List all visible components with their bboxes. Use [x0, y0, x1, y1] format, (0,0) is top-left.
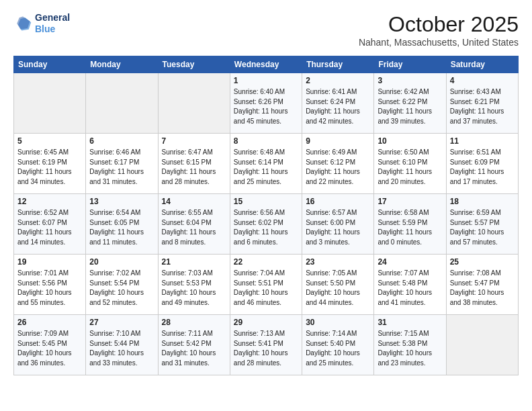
week-row-1: 1Sunrise: 6:40 AMSunset: 6:26 PMDaylight… [14, 73, 519, 134]
day-cell: 28Sunrise: 7:11 AMSunset: 5:42 PMDayligh… [158, 315, 230, 375]
day-cell [86, 73, 158, 134]
day-cell: 10Sunrise: 6:50 AMSunset: 6:10 PMDayligh… [374, 134, 446, 194]
day-number: 10 [378, 136, 442, 146]
day-info: Sunrise: 6:59 AMSunset: 5:57 PMDaylight:… [450, 208, 515, 247]
logo: General Blue [13, 12, 70, 35]
day-info: Sunrise: 6:48 AMSunset: 6:14 PMDaylight:… [234, 148, 298, 187]
day-number: 7 [162, 136, 226, 146]
day-info: Sunrise: 6:58 AMSunset: 5:59 PMDaylight:… [378, 208, 442, 247]
day-number: 22 [234, 257, 298, 267]
day-cell: 3Sunrise: 6:42 AMSunset: 6:22 PMDaylight… [374, 73, 446, 134]
day-number: 18 [450, 197, 515, 206]
month-title: October 2025 [359, 12, 519, 37]
title-block: October 2025 Nahant, Massachusetts, Unit… [359, 12, 519, 48]
day-info: Sunrise: 6:46 AMSunset: 6:17 PMDaylight:… [89, 148, 154, 187]
day-number: 6 [89, 136, 154, 146]
col-saturday: Saturday [446, 56, 518, 73]
day-number: 3 [378, 76, 442, 85]
day-cell: 13Sunrise: 6:54 AMSunset: 6:05 PMDayligh… [86, 194, 158, 255]
day-cell: 6Sunrise: 6:46 AMSunset: 6:17 PMDaylight… [86, 134, 158, 194]
day-number: 17 [378, 197, 442, 206]
logo-icon [13, 14, 32, 33]
col-tuesday: Tuesday [158, 56, 230, 73]
day-cell [158, 73, 230, 134]
day-cell: 27Sunrise: 7:10 AMSunset: 5:44 PMDayligh… [86, 315, 158, 375]
day-number: 25 [450, 257, 515, 267]
day-cell: 26Sunrise: 7:09 AMSunset: 5:45 PMDayligh… [14, 315, 86, 375]
day-info: Sunrise: 7:03 AMSunset: 5:53 PMDaylight:… [162, 269, 226, 308]
day-number: 5 [17, 136, 82, 146]
day-number: 16 [306, 197, 370, 206]
day-info: Sunrise: 7:08 AMSunset: 5:47 PMDaylight:… [450, 269, 515, 308]
day-cell: 22Sunrise: 7:04 AMSunset: 5:51 PMDayligh… [230, 255, 302, 315]
day-info: Sunrise: 7:10 AMSunset: 5:44 PMDaylight:… [89, 329, 154, 368]
week-row-4: 19Sunrise: 7:01 AMSunset: 5:56 PMDayligh… [14, 255, 519, 315]
day-number: 9 [306, 136, 370, 146]
day-info: Sunrise: 7:07 AMSunset: 5:48 PMDaylight:… [378, 269, 442, 308]
day-info: Sunrise: 6:42 AMSunset: 6:22 PMDaylight:… [378, 87, 442, 126]
week-row-3: 12Sunrise: 6:52 AMSunset: 6:07 PMDayligh… [14, 194, 519, 255]
day-number: 2 [306, 76, 370, 85]
day-cell: 5Sunrise: 6:45 AMSunset: 6:19 PMDaylight… [14, 134, 86, 194]
day-cell: 20Sunrise: 7:02 AMSunset: 5:54 PMDayligh… [86, 255, 158, 315]
day-cell: 1Sunrise: 6:40 AMSunset: 6:26 PMDaylight… [230, 73, 302, 134]
day-number: 26 [17, 318, 82, 327]
day-info: Sunrise: 6:49 AMSunset: 6:12 PMDaylight:… [306, 148, 370, 187]
day-info: Sunrise: 6:54 AMSunset: 6:05 PMDaylight:… [89, 208, 154, 247]
day-cell: 19Sunrise: 7:01 AMSunset: 5:56 PMDayligh… [14, 255, 86, 315]
day-number: 1 [234, 76, 298, 85]
day-number: 15 [234, 197, 298, 206]
day-cell: 11Sunrise: 6:51 AMSunset: 6:09 PMDayligh… [446, 134, 518, 194]
day-info: Sunrise: 7:14 AMSunset: 5:40 PMDaylight:… [306, 329, 370, 368]
calendar: Sunday Monday Tuesday Wednesday Thursday… [13, 56, 519, 375]
day-info: Sunrise: 6:50 AMSunset: 6:10 PMDaylight:… [378, 148, 442, 187]
day-cell: 23Sunrise: 7:05 AMSunset: 5:50 PMDayligh… [302, 255, 374, 315]
week-row-2: 5Sunrise: 6:45 AMSunset: 6:19 PMDaylight… [14, 134, 519, 194]
day-cell: 21Sunrise: 7:03 AMSunset: 5:53 PMDayligh… [158, 255, 230, 315]
day-number: 24 [378, 257, 442, 267]
day-cell: 4Sunrise: 6:43 AMSunset: 6:21 PMDaylight… [446, 73, 518, 134]
day-info: Sunrise: 7:13 AMSunset: 5:41 PMDaylight:… [234, 329, 298, 368]
day-cell: 15Sunrise: 6:56 AMSunset: 6:02 PMDayligh… [230, 194, 302, 255]
day-info: Sunrise: 6:47 AMSunset: 6:15 PMDaylight:… [162, 148, 226, 187]
header-row: Sunday Monday Tuesday Wednesday Thursday… [14, 56, 519, 73]
day-cell: 14Sunrise: 6:55 AMSunset: 6:04 PMDayligh… [158, 194, 230, 255]
logo-line2: Blue [35, 24, 55, 34]
col-friday: Friday [374, 56, 446, 73]
day-cell: 7Sunrise: 6:47 AMSunset: 6:15 PMDaylight… [158, 134, 230, 194]
day-cell: 17Sunrise: 6:58 AMSunset: 5:59 PMDayligh… [374, 194, 446, 255]
day-number: 12 [17, 197, 82, 206]
day-number: 27 [89, 318, 154, 327]
day-cell: 29Sunrise: 7:13 AMSunset: 5:41 PMDayligh… [230, 315, 302, 375]
day-number: 21 [162, 257, 226, 267]
day-cell: 24Sunrise: 7:07 AMSunset: 5:48 PMDayligh… [374, 255, 446, 315]
day-info: Sunrise: 6:51 AMSunset: 6:09 PMDaylight:… [450, 148, 515, 187]
day-number: 28 [162, 318, 226, 327]
day-info: Sunrise: 7:01 AMSunset: 5:56 PMDaylight:… [17, 269, 82, 308]
day-cell: 8Sunrise: 6:48 AMSunset: 6:14 PMDaylight… [230, 134, 302, 194]
day-number: 8 [234, 136, 298, 146]
day-info: Sunrise: 7:11 AMSunset: 5:42 PMDaylight:… [162, 329, 226, 368]
day-cell: 25Sunrise: 7:08 AMSunset: 5:47 PMDayligh… [446, 255, 518, 315]
day-number: 20 [89, 257, 154, 267]
col-wednesday: Wednesday [230, 56, 302, 73]
day-info: Sunrise: 6:40 AMSunset: 6:26 PMDaylight:… [234, 87, 298, 126]
header: General Blue October 2025 Nahant, Massac… [13, 12, 519, 48]
day-info: Sunrise: 6:41 AMSunset: 6:24 PMDaylight:… [306, 87, 370, 126]
day-number: 31 [378, 318, 442, 327]
day-cell: 12Sunrise: 6:52 AMSunset: 6:07 PMDayligh… [14, 194, 86, 255]
logo-text: General Blue [35, 12, 70, 35]
day-number: 11 [450, 136, 515, 146]
day-info: Sunrise: 7:04 AMSunset: 5:51 PMDaylight:… [234, 269, 298, 308]
day-info: Sunrise: 6:56 AMSunset: 6:02 PMDaylight:… [234, 208, 298, 247]
day-info: Sunrise: 6:57 AMSunset: 6:00 PMDaylight:… [306, 208, 370, 247]
day-info: Sunrise: 6:52 AMSunset: 6:07 PMDaylight:… [17, 208, 82, 247]
col-thursday: Thursday [302, 56, 374, 73]
page: General Blue October 2025 Nahant, Massac… [0, 0, 532, 387]
day-info: Sunrise: 6:45 AMSunset: 6:19 PMDaylight:… [17, 148, 82, 187]
logo-line1: General [35, 12, 70, 24]
day-number: 14 [162, 197, 226, 206]
day-number: 23 [306, 257, 370, 267]
day-number: 29 [234, 318, 298, 327]
day-info: Sunrise: 7:09 AMSunset: 5:45 PMDaylight:… [17, 329, 82, 368]
